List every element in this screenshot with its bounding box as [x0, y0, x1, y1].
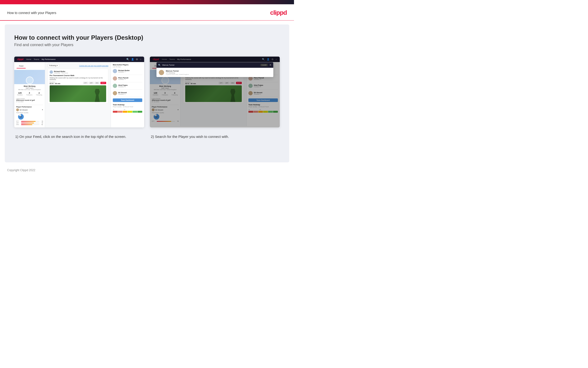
team-heatmap-title: Team Heatmap: [113, 104, 142, 106]
mini-feed-area-1: Feed Blair McHarg Golf Coach Mill Ride G…: [14, 62, 144, 128]
result-club: Cypress Point Club, United Kingdom: [166, 74, 189, 75]
activity-user-info: Richard Butler Yesterday · The Grove: [54, 71, 68, 74]
latest-activity: Latest Activity Afternoon round of golf …: [14, 97, 45, 103]
profile-stats: 129 Activities 3 Followers 4 Following: [15, 92, 44, 96]
main-subtitle: Find and connect with your Players: [14, 43, 280, 47]
profile-image: [14, 70, 45, 84]
heatmap-bar: [113, 111, 142, 113]
activity-duration: Duration 02 hr : 00 min: [50, 81, 60, 84]
close-button[interactable]: ✕: [269, 64, 272, 66]
result-info: Marcus Turner 1-5 Handicap Cypress Point…: [166, 70, 189, 75]
mini-main-feed-1: Following ▾ Control who can see your act…: [45, 62, 111, 128]
tag-ott: OTT: [83, 82, 88, 84]
player-acts-2: Activities: 4: [118, 79, 128, 80]
skill-row-ott: OTT 79: [16, 120, 43, 122]
header-divider: [0, 20, 294, 21]
tag-app: APP: [89, 82, 94, 84]
mini-nav-1: clippd Home Teams My Performance 🔍 👤 ⚙ ○: [14, 56, 144, 62]
player-performance-label: Player Performance: [16, 105, 43, 108]
header: How to connect with your Players clippd: [0, 4, 294, 20]
user-icon: 👤: [131, 58, 134, 61]
mini-nav-links-1: Home Teams My Performance: [26, 58, 56, 60]
search-overlay: 🔍 CLEAR ✕ Marcus Turner 1-5 Handicap Cyp…: [156, 62, 273, 77]
activity-duration-value: 02 hr : 00 min: [50, 83, 60, 84]
settings-icon: ⚙: [136, 58, 138, 61]
following-stat: 4 Following: [36, 92, 42, 96]
search-icon[interactable]: 🔍: [126, 58, 129, 61]
search-icon-overlay: 🔍: [158, 64, 161, 66]
player-acts-4: Activities: 1: [118, 93, 127, 95]
player-select: Eli Vincent ▾: [16, 108, 43, 111]
player-item-1: Richard Butler Activities: 7: [113, 69, 142, 75]
activity-footer: Duration 02 hr : 00 min OTT APP ARG PUTT: [50, 81, 106, 84]
player-name-1: Richard Butler: [118, 70, 130, 71]
mini-nav-icons-1: 🔍 👤 ⚙ ○: [126, 58, 141, 61]
team-dashboard-button[interactable]: Team Dashboard: [113, 98, 142, 102]
score-circle: 84: [18, 114, 24, 120]
skill-row-arg: ARG 61: [16, 124, 43, 125]
copyright: Copyright Clippd 2022: [7, 169, 35, 172]
screenshot-card-1: clippd Home Teams My Performance 🔍 👤 ⚙ ○…: [14, 56, 144, 128]
footer: Copyright Clippd 2022: [0, 166, 294, 174]
followers-stat: 3 Followers: [26, 92, 33, 96]
player-avatar-4: [113, 91, 117, 95]
mini-sidebar-1: Feed Blair McHarg Golf Coach Mill Ride G…: [14, 62, 45, 128]
activity-avatar: [50, 70, 53, 74]
nav-my-performance: My Performance: [42, 58, 56, 60]
activity-user: Richard Butler Yesterday · The Grove: [50, 70, 106, 74]
mini-logo-1: clippd: [17, 58, 23, 61]
activity-name: Richard Butler: [54, 71, 68, 72]
search-result[interactable]: Marcus Turner 1-5 Handicap Cypress Point…: [156, 68, 273, 77]
player-name-2: Piers Parnell: [118, 77, 128, 79]
top-bar: [0, 0, 294, 4]
player-acts-3: Activities: 3: [118, 86, 128, 87]
profile-name: Blair McHarg: [14, 85, 45, 87]
avatar-icon: ○: [140, 58, 141, 61]
activity-title: Pre Tournament Course Walk: [50, 74, 106, 77]
search-input[interactable]: [162, 64, 259, 66]
player-avatar: [16, 108, 19, 111]
golfer-silhouette: [93, 89, 101, 102]
clear-button[interactable]: CLEAR: [260, 64, 268, 66]
activity-desc: Walking the course with my coach to buil…: [50, 77, 106, 80]
activity-image: [50, 85, 106, 102]
caption-2: 2) Search for the Player you wish to con…: [150, 134, 280, 139]
nav-teams: Teams: [34, 58, 39, 60]
result-handicap: 1-5 Handicap: [166, 72, 189, 74]
latest-activity-date: 27 Jul 2022: [16, 101, 43, 102]
selected-player: Eli Vincent: [20, 109, 27, 111]
following-button[interactable]: Following ▾: [47, 64, 59, 67]
profile-club: Mill Ride Golf Club, United Kingdom: [14, 89, 45, 90]
mini-right-panel-1: Most Active Players Last 30 days Richard…: [111, 62, 144, 128]
nav-home: Home: [26, 58, 31, 60]
caption-row: 1) On your Feed, click on the search ico…: [14, 134, 280, 139]
team-heatmap-subtitle: Player Quality · 20 Round Trend: [113, 106, 142, 107]
tag-putt: PUTT: [100, 82, 106, 84]
screenshots-row: clippd Home Teams My Performance 🔍 👤 ⚙ ○…: [14, 56, 280, 128]
profile-role: Golf Coach: [14, 87, 45, 89]
player-item-3: Hiral Pujara Activities: 3: [113, 84, 142, 90]
page-title: How to connect with your Players: [7, 11, 56, 15]
player-name-3: Hiral Pujara: [118, 84, 128, 86]
player-item-2: Piers Parnell Activities: 4: [113, 76, 142, 82]
following-bar: Following ▾ Control who can see your act…: [47, 64, 108, 67]
screenshot-card-2: clippd Home Teams My Performance 🔍 👤 ⚙ ○: [150, 56, 280, 128]
tag-arg: ARG: [95, 82, 100, 84]
control-link[interactable]: Control who can see your activity and da…: [79, 65, 108, 66]
result-name: Marcus Turner: [166, 70, 189, 72]
player-item-4: Eli Vincent Activities: 1: [113, 91, 142, 97]
activities-stat: 129 Activities: [17, 92, 23, 96]
main-content: How to connect with your Players (Deskto…: [5, 25, 289, 162]
most-active-title: Most Active Players: [113, 64, 142, 66]
player-acts-1: Activities: 7: [118, 71, 130, 73]
logo: clippd: [270, 9, 287, 16]
dropdown-chevron[interactable]: ▾: [42, 109, 43, 111]
player-avatar-1: [113, 69, 117, 73]
caption-1: 1) On your Feed, click on the search ico…: [14, 134, 144, 139]
main-title: How to connect with your Players (Deskto…: [14, 34, 280, 41]
result-avatar: [159, 70, 164, 75]
activity-tags: OTT APP ARG PUTT: [83, 82, 106, 84]
feed-tab: Feed: [17, 64, 26, 68]
activity-meta: Yesterday · The Grove: [54, 72, 68, 74]
heatmap-scale: -5 +5: [113, 109, 142, 110]
